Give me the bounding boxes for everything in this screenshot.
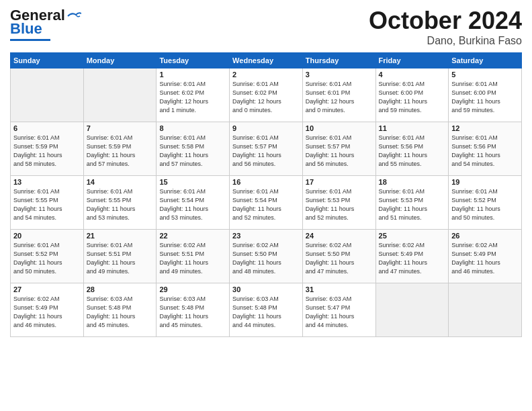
calendar-cell: 12Sunrise: 6:01 AM Sunset: 5:56 PM Dayli… bbox=[449, 122, 522, 176]
day-info: Sunrise: 6:01 AM Sunset: 5:54 PM Dayligh… bbox=[159, 187, 226, 222]
day-number: 1 bbox=[159, 71, 226, 79]
day-number: 29 bbox=[159, 285, 226, 293]
day-number: 25 bbox=[379, 232, 446, 240]
day-info: Sunrise: 6:01 AM Sunset: 5:57 PM Dayligh… bbox=[232, 134, 300, 169]
day-info: Sunrise: 6:01 AM Sunset: 5:56 PM Dayligh… bbox=[379, 134, 446, 169]
calendar-week-1: 6Sunrise: 6:01 AM Sunset: 5:59 PM Daylig… bbox=[11, 122, 522, 176]
calendar-cell: 5Sunrise: 6:01 AM Sunset: 6:00 PM Daylig… bbox=[449, 68, 522, 122]
weekday-header-row: SundayMondayTuesdayWednesdayThursdayFrid… bbox=[11, 53, 522, 68]
day-number: 20 bbox=[13, 232, 81, 240]
day-info: Sunrise: 6:01 AM Sunset: 6:02 PM Dayligh… bbox=[159, 80, 226, 115]
day-number: 26 bbox=[451, 232, 519, 240]
weekday-header-tuesday: Tuesday bbox=[157, 53, 230, 68]
calendar-week-0: 1Sunrise: 6:01 AM Sunset: 6:02 PM Daylig… bbox=[11, 68, 522, 122]
weekday-header-wednesday: Wednesday bbox=[230, 53, 303, 68]
day-number: 7 bbox=[87, 124, 154, 132]
day-info: Sunrise: 6:01 AM Sunset: 5:52 PM Dayligh… bbox=[13, 241, 81, 276]
day-number: 23 bbox=[232, 232, 300, 240]
day-info: Sunrise: 6:01 AM Sunset: 5:58 PM Dayligh… bbox=[159, 134, 226, 169]
logo-blue: Blue bbox=[10, 20, 42, 38]
day-info: Sunrise: 6:02 AM Sunset: 5:49 PM Dayligh… bbox=[379, 241, 446, 276]
day-number: 4 bbox=[379, 71, 446, 79]
day-number: 14 bbox=[87, 178, 154, 186]
day-number: 3 bbox=[306, 71, 373, 79]
day-info: Sunrise: 6:01 AM Sunset: 5:56 PM Dayligh… bbox=[451, 134, 519, 169]
calendar-cell: 27Sunrise: 6:02 AM Sunset: 5:49 PM Dayli… bbox=[11, 283, 84, 337]
day-number: 10 bbox=[306, 124, 373, 132]
calendar-table: SundayMondayTuesdayWednesdayThursdayFrid… bbox=[10, 52, 522, 337]
day-number: 5 bbox=[451, 71, 519, 79]
calendar-week-4: 27Sunrise: 6:02 AM Sunset: 5:49 PM Dayli… bbox=[11, 283, 522, 337]
day-info: Sunrise: 6:01 AM Sunset: 5:59 PM Dayligh… bbox=[87, 134, 154, 169]
weekday-header-saturday: Saturday bbox=[449, 53, 522, 68]
day-info: Sunrise: 6:01 AM Sunset: 5:53 PM Dayligh… bbox=[306, 187, 373, 222]
day-number: 22 bbox=[159, 232, 226, 240]
day-info: Sunrise: 6:01 AM Sunset: 6:00 PM Dayligh… bbox=[379, 80, 446, 115]
location-title: Dano, Burkina Faso bbox=[369, 35, 522, 47]
title-block: October 2024 Dano, Burkina Faso bbox=[369, 7, 522, 47]
calendar-cell: 16Sunrise: 6:01 AM Sunset: 5:54 PM Dayli… bbox=[230, 176, 303, 230]
calendar-cell: 30Sunrise: 6:03 AM Sunset: 5:48 PM Dayli… bbox=[230, 283, 303, 337]
calendar-cell: 17Sunrise: 6:01 AM Sunset: 5:53 PM Dayli… bbox=[302, 176, 375, 230]
calendar-cell: 19Sunrise: 6:01 AM Sunset: 5:52 PM Dayli… bbox=[449, 176, 522, 230]
calendar-cell: 11Sunrise: 6:01 AM Sunset: 5:56 PM Dayli… bbox=[375, 122, 449, 176]
calendar-cell: 22Sunrise: 6:02 AM Sunset: 5:51 PM Dayli… bbox=[157, 230, 230, 283]
day-info: Sunrise: 6:01 AM Sunset: 5:52 PM Dayligh… bbox=[451, 187, 519, 222]
day-info: Sunrise: 6:01 AM Sunset: 5:54 PM Dayligh… bbox=[232, 187, 300, 222]
day-number: 6 bbox=[13, 124, 81, 132]
day-info: Sunrise: 6:03 AM Sunset: 5:48 PM Dayligh… bbox=[87, 295, 154, 330]
day-number: 9 bbox=[232, 124, 300, 132]
day-number: 13 bbox=[13, 178, 81, 186]
calendar-cell bbox=[11, 68, 84, 122]
day-number: 28 bbox=[87, 285, 154, 293]
weekday-header-thursday: Thursday bbox=[302, 53, 375, 68]
calendar-cell: 18Sunrise: 6:01 AM Sunset: 5:53 PM Dayli… bbox=[375, 176, 449, 230]
calendar-cell: 20Sunrise: 6:01 AM Sunset: 5:52 PM Dayli… bbox=[11, 230, 84, 283]
calendar-cell: 6Sunrise: 6:01 AM Sunset: 5:59 PM Daylig… bbox=[11, 122, 84, 176]
calendar-cell: 25Sunrise: 6:02 AM Sunset: 5:49 PM Dayli… bbox=[375, 230, 449, 283]
logo-bird-icon bbox=[66, 11, 81, 21]
day-info: Sunrise: 6:01 AM Sunset: 6:00 PM Dayligh… bbox=[451, 80, 519, 115]
month-title: October 2024 bbox=[369, 7, 522, 35]
day-number: 27 bbox=[13, 285, 81, 293]
calendar-cell: 8Sunrise: 6:01 AM Sunset: 5:58 PM Daylig… bbox=[157, 122, 230, 176]
day-number: 2 bbox=[232, 71, 300, 79]
day-number: 11 bbox=[379, 124, 446, 132]
logo: General Blue bbox=[10, 7, 81, 41]
calendar-cell: 14Sunrise: 6:01 AM Sunset: 5:55 PM Dayli… bbox=[83, 176, 157, 230]
weekday-header-sunday: Sunday bbox=[11, 53, 84, 68]
calendar-cell: 23Sunrise: 6:02 AM Sunset: 5:50 PM Dayli… bbox=[230, 230, 303, 283]
calendar-cell: 31Sunrise: 6:03 AM Sunset: 5:47 PM Dayli… bbox=[302, 283, 375, 337]
weekday-header-monday: Monday bbox=[83, 53, 157, 68]
day-info: Sunrise: 6:01 AM Sunset: 5:51 PM Dayligh… bbox=[87, 241, 154, 276]
day-info: Sunrise: 6:01 AM Sunset: 5:57 PM Dayligh… bbox=[306, 134, 373, 169]
calendar-cell: 24Sunrise: 6:02 AM Sunset: 5:50 PM Dayli… bbox=[302, 230, 375, 283]
day-info: Sunrise: 6:01 AM Sunset: 5:55 PM Dayligh… bbox=[13, 187, 81, 222]
calendar-week-3: 20Sunrise: 6:01 AM Sunset: 5:52 PM Dayli… bbox=[11, 230, 522, 283]
day-info: Sunrise: 6:01 AM Sunset: 5:53 PM Dayligh… bbox=[379, 187, 446, 222]
calendar-cell: 9Sunrise: 6:01 AM Sunset: 5:57 PM Daylig… bbox=[230, 122, 303, 176]
calendar-cell bbox=[83, 68, 157, 122]
calendar-body: 1Sunrise: 6:01 AM Sunset: 6:02 PM Daylig… bbox=[11, 68, 522, 337]
logo-underline bbox=[10, 39, 50, 41]
day-info: Sunrise: 6:01 AM Sunset: 5:55 PM Dayligh… bbox=[87, 187, 154, 222]
day-number: 12 bbox=[451, 124, 519, 132]
day-number: 8 bbox=[159, 124, 226, 132]
day-number: 15 bbox=[159, 178, 226, 186]
calendar-cell: 26Sunrise: 6:02 AM Sunset: 5:49 PM Dayli… bbox=[449, 230, 522, 283]
day-number: 16 bbox=[232, 178, 300, 186]
calendar-cell: 1Sunrise: 6:01 AM Sunset: 6:02 PM Daylig… bbox=[157, 68, 230, 122]
day-info: Sunrise: 6:02 AM Sunset: 5:50 PM Dayligh… bbox=[306, 241, 373, 276]
calendar-cell: 3Sunrise: 6:01 AM Sunset: 6:01 PM Daylig… bbox=[302, 68, 375, 122]
calendar-cell: 7Sunrise: 6:01 AM Sunset: 5:59 PM Daylig… bbox=[83, 122, 157, 176]
calendar-cell: 13Sunrise: 6:01 AM Sunset: 5:55 PM Dayli… bbox=[11, 176, 84, 230]
day-info: Sunrise: 6:01 AM Sunset: 6:02 PM Dayligh… bbox=[232, 80, 300, 115]
weekday-header-friday: Friday bbox=[375, 53, 449, 68]
calendar-cell: 29Sunrise: 6:03 AM Sunset: 5:48 PM Dayli… bbox=[157, 283, 230, 337]
day-info: Sunrise: 6:01 AM Sunset: 5:59 PM Dayligh… bbox=[13, 134, 81, 169]
calendar-cell: 15Sunrise: 6:01 AM Sunset: 5:54 PM Dayli… bbox=[157, 176, 230, 230]
day-info: Sunrise: 6:02 AM Sunset: 5:49 PM Dayligh… bbox=[13, 295, 81, 330]
day-number: 30 bbox=[232, 285, 300, 293]
day-number: 17 bbox=[306, 178, 373, 186]
page-container: General Blue October 2024 Dano, Burkina … bbox=[0, 0, 532, 342]
